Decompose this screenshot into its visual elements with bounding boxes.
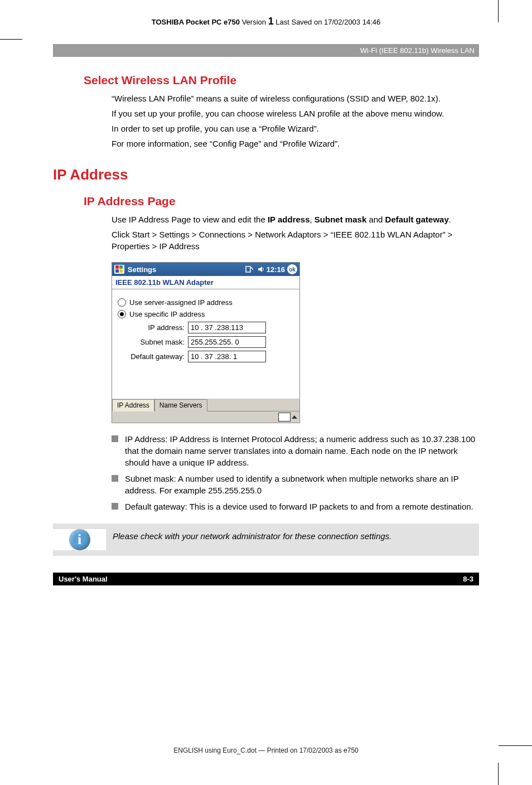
bullet-text: This is a device used to forward IP pack… [187,502,473,511]
chapter-bar: Wi-Fi (IEEE 802.11b) Wireless LAN [53,44,479,57]
ppc-tabs: IP Address Name Servers [112,399,299,411]
ppc-screenshot: Settings 12:16 ok IEEE 802.11b WLAN Adap… [112,262,300,423]
field-default-gateway: Default gateway: 10 . 37 .238. 1 [129,351,294,362]
bullet-list: IP Address: IP Address is Internet Proto… [112,433,479,512]
radio-specific-ip[interactable]: Use specific IP address [118,310,294,318]
ip-label: IP address: [129,323,185,332]
svg-rect-4 [246,266,250,272]
note-text: Please check with your network administr… [106,529,391,543]
arrow-up-icon[interactable] [292,415,297,419]
ok-button[interactable]: ok [287,264,297,274]
bullet-label: IP Address: [125,434,167,444]
tab-name-servers[interactable]: Name Servers [154,399,207,411]
mask-input[interactable]: 255.255.255. 0 [188,336,266,348]
bullet-ip-address: IP Address: IP Address is Internet Proto… [112,433,479,468]
profile-p2: If you set up your profile, you can choo… [112,108,479,119]
h1-ip-address: IP Address [53,166,479,183]
bullet-square-icon [112,503,118,510]
ip-p1: Use IP Address Page to view and edit the… [112,214,479,225]
gw-input[interactable]: 10 . 37 .238. 1 [188,351,266,362]
ip-input[interactable]: 10 . 37 .238.113 [188,322,266,333]
ppc-time: 12:16 [267,265,285,274]
speaker-icon[interactable] [257,265,265,273]
ppc-title: Settings [128,265,156,274]
radio2-label: Use specific IP address [129,310,205,318]
tab-ip-address[interactable]: IP Address [112,399,154,411]
profile-p4: For more information, see “Config Page” … [112,138,479,149]
profile-p1: “Wireless LAN Profile” means a suite of … [112,93,479,104]
radio-icon [118,298,126,307]
radio1-label: Use server-assigned IP address [129,298,233,307]
bold-subnet: Subnet mask [315,215,366,224]
section-heading-profile: Select Wireless LAN Profile [84,74,479,87]
ppc-body: Use server-assigned IP address Use speci… [112,289,299,399]
version-label: Version [242,18,266,26]
info-icon: i [69,529,90,550]
bullet-label: Default gateway: [125,502,187,511]
svg-rect-3 [119,269,123,273]
start-flag-icon[interactable] [114,265,124,274]
mask-label: Subnet mask: [129,338,185,346]
ppc-footer [112,411,299,423]
gw-label: Default gateway: [129,352,185,361]
ip-p2: Click Start > Settings > Connections > N… [112,229,479,252]
note-box: i Please check with your network adminis… [53,524,479,556]
print-line: ENGLISH using Euro_C.dot — Printed on 17… [0,747,532,754]
product-name: TOSHIBA Pocket PC e750 [152,18,240,26]
bullet-square-icon [112,435,118,442]
keyboard-icon[interactable] [278,413,291,421]
connectivity-icon[interactable] [245,265,254,273]
section-profile-body: “Wireless LAN Profile” means a suite of … [112,93,479,149]
bullet-subnet-mask: Subnet mask: A number used to identify a… [112,473,479,496]
footer-bar: User's Manual 8-3 [53,573,479,585]
bold-ip-address: IP address [268,215,310,224]
field-ip-address: IP address: 10 . 37 .238.113 [129,322,294,333]
bullet-default-gateway: Default gateway: This is a device used t… [112,501,479,512]
version-number: 1 [268,16,274,27]
bullet-label: Subnet mask: [125,474,176,483]
footer-left: User's Manual [59,575,108,583]
svg-rect-0 [115,265,119,269]
svg-rect-1 [119,265,123,269]
document-header: TOSHIBA Pocket PC e750 Version 1 Last Sa… [53,16,479,27]
section-ip-body: Use IP Address Page to view and edit the… [112,214,479,252]
svg-rect-2 [115,269,119,273]
ppc-titlebar: Settings 12:16 ok [112,263,299,276]
field-subnet-mask: Subnet mask: 255.255.255. 0 [129,336,294,348]
radio-server-assigned[interactable]: Use server-assigned IP address [118,298,294,307]
ppc-subtitle: IEEE 802.11b WLAN Adapter [112,276,299,289]
saved-text: Last Saved on 17/02/2003 14:46 [275,18,380,26]
profile-p3: In order to set up profile, you can use … [112,123,479,134]
section-heading-ip-page: IP Address Page [84,195,479,208]
radio-icon-checked [118,310,126,318]
bullet-text: IP Address is Internet Protocol Address;… [125,434,475,467]
bullet-square-icon [112,475,118,482]
footer-right: 8-3 [463,575,473,583]
bold-gateway: Default gateway [385,215,449,224]
